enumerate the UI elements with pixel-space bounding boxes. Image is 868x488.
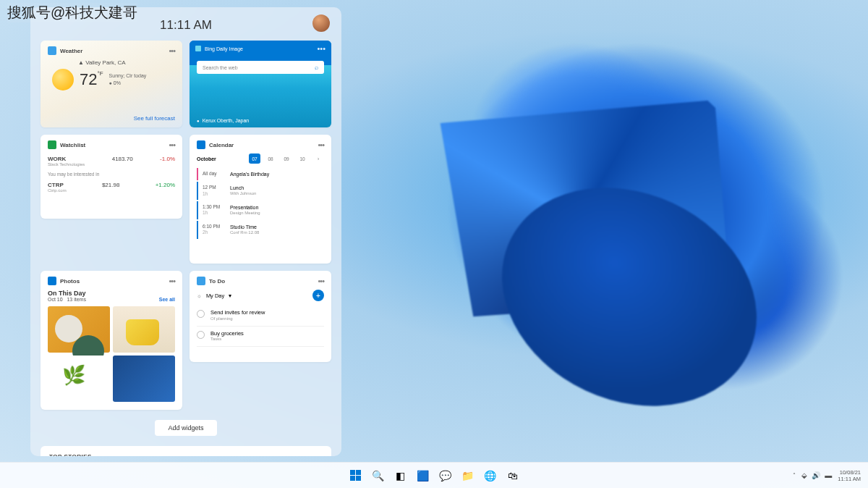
- weather-icon: [48, 46, 56, 55]
- desktop: 搜狐号@科技犬建哥 11:11 AM Weather ••• ▲ Valley …: [0, 0, 868, 488]
- tray-chevron-icon[interactable]: ˄: [793, 472, 796, 479]
- widgets-panel: 11:11 AM Weather ••• ▲ Valley Park, CA 7…: [30, 7, 341, 456]
- bing-more-icon[interactable]: •••: [317, 44, 326, 53]
- bing-title: Bing Daily Image: [205, 46, 313, 51]
- edge-icon[interactable]: 🌐: [481, 466, 500, 485]
- panel-clock: 11:11 AM: [160, 18, 212, 33]
- taskbar-clock[interactable]: 10/08/21 11:11 AM: [838, 469, 861, 482]
- calendar-icon: [197, 140, 205, 149]
- search-icon[interactable]: 🔍: [369, 466, 388, 485]
- taskbar: 🔍 ◧ 🟦 💬 📁 🌐 🛍 ˄ ⬙ 🔊 ▬ 10/08/21 11:11 AM: [0, 462, 868, 488]
- photos-widget[interactable]: Photos ••• On This Day Oct 10 13 items S…: [41, 271, 182, 410]
- todo-item[interactable]: Send invites for reviewOf planning: [197, 306, 324, 327]
- battery-icon[interactable]: ▬: [825, 471, 832, 479]
- myday-icon: ☼: [197, 293, 202, 299]
- calendar-event[interactable]: All day Angela's Birthday: [197, 168, 324, 180]
- finance-widget[interactable]: Watchlist ••• WORKSlack Technologies 418…: [41, 135, 182, 219]
- todo-title: To Do: [209, 278, 314, 285]
- photos-icon: [48, 277, 56, 285]
- photo-thumbnail[interactable]: [113, 356, 175, 402]
- weather-widget[interactable]: Weather ••• ▲ Valley Park, CA 72°F Sunny…: [41, 41, 182, 127]
- widgets-icon[interactable]: 🟦: [414, 466, 433, 485]
- task-view-icon[interactable]: ◧: [391, 466, 410, 485]
- todo-item[interactable]: Buy groceriesTasks: [197, 327, 324, 348]
- todo-widget[interactable]: To Do ••• ☼ My Day ▾ + Send invites for …: [190, 271, 331, 362]
- weather-location: ▲ Valley Park, CA: [78, 59, 175, 66]
- cal-next-icon[interactable]: ›: [312, 153, 324, 164]
- bing-caption: Kerux Oberth, Japan: [197, 118, 249, 123]
- photo-thumbnail[interactable]: [48, 306, 110, 353]
- cal-day-tab[interactable]: 07: [249, 153, 260, 164]
- sun-icon: [52, 69, 74, 91]
- weather-desc: Sunny; Clr today ● 0%: [109, 72, 147, 87]
- calendar-title: Calendar: [209, 142, 314, 148]
- explorer-icon[interactable]: 📁: [459, 466, 477, 485]
- weather-temp: 72°F: [80, 70, 103, 89]
- calendar-event[interactable]: 1:30 PM1h PresentationDesign Meeting: [197, 201, 324, 219]
- add-widgets-button[interactable]: Add widgets: [155, 420, 216, 436]
- calendar-event[interactable]: 6:10 PM2h Studio TimeConf Rm 12.08: [197, 221, 324, 239]
- todo-more-icon[interactable]: •••: [318, 277, 324, 285]
- forecast-link[interactable]: See full forecast: [134, 115, 175, 122]
- chevron-down-icon[interactable]: ▾: [229, 293, 231, 299]
- todo-list-name[interactable]: My Day: [206, 293, 224, 299]
- photos-heading: On This Day: [48, 290, 175, 297]
- photos-see-all-link[interactable]: See all: [159, 297, 175, 302]
- calendar-month: October: [197, 156, 244, 161]
- chat-icon[interactable]: 💬: [436, 466, 455, 485]
- finance-icon: [48, 140, 56, 149]
- wifi-icon[interactable]: ⬙: [801, 471, 807, 479]
- photo-thumbnail[interactable]: [113, 306, 175, 353]
- add-task-button[interactable]: +: [312, 290, 324, 301]
- watermark-text: 搜狐号@科技犬建哥: [7, 3, 137, 22]
- volume-icon[interactable]: 🔊: [812, 471, 820, 479]
- photos-date: Oct 10 13 items: [48, 297, 86, 302]
- todo-icon: [197, 277, 205, 285]
- bing-icon: [195, 46, 201, 51]
- calendar-event[interactable]: 12 PM1h LunchWith Johnson: [197, 182, 324, 200]
- bing-search-input[interactable]: Search the web ⌕: [197, 61, 324, 74]
- cal-day-tab[interactable]: 10: [297, 153, 308, 164]
- search-icon[interactable]: ⌕: [315, 64, 318, 71]
- calendar-more-icon[interactable]: •••: [318, 140, 324, 149]
- photos-more-icon[interactable]: •••: [169, 277, 175, 285]
- news-heading: TOP STORIES: [49, 453, 323, 456]
- weather-more-icon[interactable]: •••: [169, 46, 175, 55]
- weather-title: Weather: [60, 48, 165, 54]
- cal-day-tab[interactable]: 08: [265, 153, 276, 164]
- todo-checkbox[interactable]: [197, 331, 205, 339]
- photo-thumbnail[interactable]: [48, 356, 110, 402]
- user-avatar[interactable]: [312, 14, 330, 32]
- wallpaper-bloom: [289, 0, 868, 463]
- finance-title: Watchlist: [60, 142, 165, 148]
- news-section: TOP STORIES CBS News · 6 mins One of the…: [41, 446, 331, 456]
- store-icon[interactable]: 🛍: [503, 466, 522, 485]
- calendar-widget[interactable]: Calendar ••• October 07 08 09 10 › All d…: [190, 135, 331, 264]
- todo-checkbox[interactable]: [197, 310, 205, 318]
- start-button[interactable]: [346, 466, 365, 485]
- bing-widget[interactable]: Bing Daily Image ••• Search the web ⌕ Ke…: [190, 41, 331, 127]
- finance-more-icon[interactable]: •••: [169, 140, 175, 149]
- cal-day-tab[interactable]: 09: [281, 153, 292, 164]
- finance-note: You may be interested in: [48, 172, 175, 177]
- stock-row[interactable]: WORKSlack Technologies 4183.70 -1.0%: [48, 153, 175, 169]
- stock-row[interactable]: CTRPCtrip.com $21.98 +1.20%: [48, 180, 175, 195]
- photos-title: Photos: [60, 278, 165, 285]
